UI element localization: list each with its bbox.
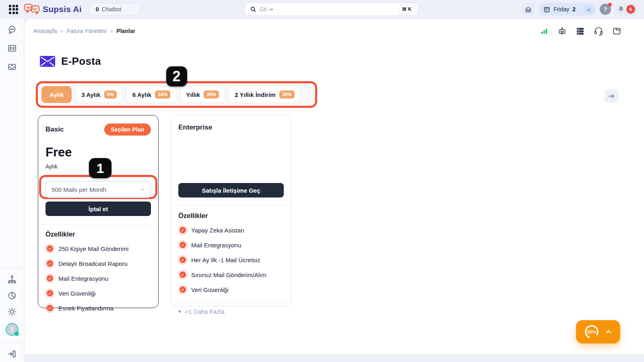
notifications-button[interactable]: 6: [615, 3, 638, 16]
feature-label: Veri Güvenliği: [58, 290, 96, 297]
chatbot-robot-icon[interactable]: [557, 27, 567, 36]
billing-period-tabs-annotation-2: 2 Aylık 3 Aylık 5% 6 Aylık 10% Yıllık 20…: [36, 81, 317, 108]
feature-label: Mail Entegrasyonu: [58, 275, 108, 282]
plan-card-basic: Basic Seçilen Plan Free Aylık 1 500 Mail…: [38, 115, 159, 308]
sidebar-logout-icon[interactable]: [7, 349, 17, 359]
support-headset-icon[interactable]: [594, 26, 603, 36]
selected-plan-badge: Seçilen Plan: [104, 123, 151, 136]
discount-badge: 10%: [155, 90, 170, 99]
show-more-features[interactable]: ▾ +1 Daha Fazla: [178, 308, 284, 315]
check-icon: ✓: [45, 244, 54, 253]
open-envelope-icon: [524, 6, 532, 13]
discount-badge: 30%: [279, 90, 295, 99]
progress-ring: 50%: [584, 324, 600, 340]
feature-label: 250 Kişiye Mail Gönderimi: [58, 245, 128, 252]
plan-price: Free: [45, 145, 151, 160]
arrow-right-icon: [607, 92, 615, 100]
inbox-button[interactable]: [522, 3, 535, 16]
chatbot-counter-pill[interactable]: 0 Chatbot: [89, 3, 140, 16]
check-icon: ✓: [45, 289, 54, 298]
feature-label: Sınırsız Mail Gönderim/Alım: [191, 272, 266, 278]
bell-icon: [617, 6, 625, 13]
chatbot-label: Chatbot: [102, 6, 122, 12]
tabs-scroll-right-button[interactable]: [605, 89, 618, 103]
sidebar-orgchart-icon[interactable]: [7, 275, 17, 284]
feature-label: Detaylı Broadcast Raporu: [58, 260, 128, 267]
feature-item: ✓ 250 Kişiye Mail Gönderimi: [45, 244, 151, 253]
page-title: E-Posta: [61, 55, 101, 68]
features-title: Özellikler: [178, 212, 284, 220]
card-divider: [171, 302, 291, 302]
annotation-step-2-marker: 2: [166, 66, 187, 86]
tab-3-months[interactable]: 3 Aylık 5%: [75, 86, 123, 103]
tab-6-months[interactable]: 6 Aylık 10%: [126, 86, 176, 103]
sidebar-inbox-icon[interactable]: [7, 62, 17, 72]
left-sidebar: [0, 19, 24, 362]
tab-2-years[interactable]: 2 Yıllık İndirim 30%: [229, 86, 300, 103]
logo-bubbles-icon: [24, 3, 40, 15]
check-icon: ✓: [45, 304, 54, 313]
tab-label: Yıllık: [186, 91, 200, 98]
sidebar-chat-icon[interactable]: [7, 25, 17, 35]
tab-monthly[interactable]: Aylık: [41, 86, 72, 103]
search-icon: [250, 6, 256, 12]
feature-item: ✓ Sınırsız Mail Gönderim/Alım: [178, 270, 284, 279]
features-title: Özellikler: [45, 230, 151, 238]
sidebar-contacts-icon[interactable]: [7, 43, 17, 53]
queue-list-icon[interactable]: [576, 27, 585, 36]
date-label: Friday: [553, 6, 569, 12]
breadcrumb-home[interactable]: Anasayfa: [33, 28, 57, 34]
show-more-label: +1 Daha Fazla: [185, 308, 225, 315]
breadcrumb-current: Planlar: [116, 28, 135, 34]
discount-badge: 5%: [104, 90, 117, 99]
breadcrumb-billing[interactable]: Fatura Yönetimi: [67, 28, 107, 34]
date-pill[interactable]: Friday 2 +: [539, 3, 596, 16]
chevron-down-icon: [139, 186, 146, 193]
logo-text: Supsis Ai: [43, 4, 82, 14]
help-button[interactable]: ?: [600, 4, 611, 15]
sidebar-divider: [0, 342, 24, 343]
check-icon: ✓: [178, 255, 187, 264]
global-search[interactable]: ⌘ K: [245, 3, 418, 16]
email-envelope-icon: [40, 56, 55, 67]
sidebar-piechart-icon[interactable]: [7, 291, 17, 300]
notification-count-badge: 6: [626, 5, 635, 14]
card-divider: [38, 224, 158, 224]
check-icon: ✓: [45, 259, 54, 268]
check-icon: ✓: [45, 274, 54, 283]
cancel-plan-button[interactable]: İptal et: [45, 202, 151, 216]
window-panel-icon[interactable]: [612, 27, 621, 36]
user-avatar[interactable]: [6, 323, 19, 336]
sidebar-divider: [0, 268, 24, 268]
feature-item: ✓ Mail Entegrasyonu: [45, 274, 151, 283]
tab-label: 2 Yıllık İndirim: [235, 91, 275, 98]
feature-item: ✓ Veri Güvenliği: [45, 289, 151, 298]
dropdown-value: 500 Mails per Month: [52, 186, 106, 193]
feature-item: ✓ Yapay Zeka Asistan: [178, 226, 284, 234]
feature-label: Esnek Fiyatlandırma: [58, 305, 114, 312]
setup-progress-button[interactable]: 50%: [576, 320, 620, 343]
check-icon: ✓: [178, 285, 187, 294]
contact-sales-button[interactable]: Satışla İletişime Geç: [178, 183, 284, 197]
feature-label: Veri Güvenliği: [191, 286, 229, 293]
feature-item: ✓ Veri Güvenliği: [178, 285, 284, 294]
card-divider: [171, 206, 291, 206]
chatbot-count: 0: [96, 6, 99, 12]
feature-label: Yapay Zeka Asistan: [191, 227, 244, 234]
logo[interactable]: Supsis Ai: [24, 3, 82, 15]
add-event-button[interactable]: +: [584, 5, 593, 14]
search-shortcut-badge: ⌘ K: [399, 5, 415, 14]
tab-yearly[interactable]: Yıllık 20%: [180, 86, 225, 103]
sidebar-settings-gear-icon[interactable]: [7, 307, 17, 317]
tab-label: Aylık: [50, 91, 64, 98]
triangle-down-icon: ▾: [178, 309, 181, 315]
stats-bars-icon[interactable]: [540, 27, 549, 35]
apps-grid-icon[interactable]: [9, 5, 18, 14]
help-label: ?: [604, 6, 607, 12]
mail-quota-dropdown[interactable]: 500 Mails per Month: [45, 181, 151, 198]
check-icon: ✓: [178, 241, 187, 249]
check-icon: ✓: [178, 226, 187, 234]
calendar-icon: [543, 6, 550, 13]
online-status-dot: [14, 331, 19, 336]
search-input[interactable]: [260, 6, 399, 12]
